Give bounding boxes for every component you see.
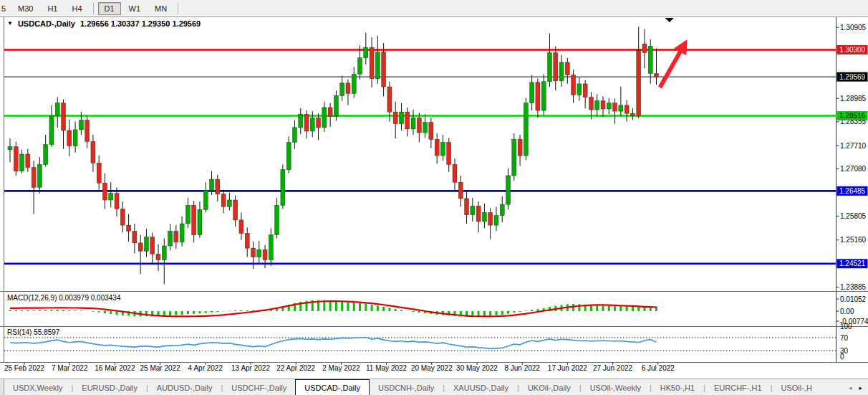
chart-ohlc-values: 1.29656 1.30337 1.29350 1.29569 [80, 19, 201, 28]
svg-text:1.30300: 1.30300 [839, 46, 866, 54]
tab-usdcad-daily[interactable]: USDCAD-,Daily [295, 379, 370, 395]
svg-text:1.27080: 1.27080 [840, 165, 867, 173]
mt4-window: 5M30H1H4D1W1MN MACD(12,26,9) 0.003979 0.… [0, 0, 868, 395]
tab-usoil-h[interactable]: USOil-,H [772, 379, 820, 395]
tab-hk50-h1[interactable]: HK50-,H1 [652, 379, 703, 395]
svg-text:25 Mar 2022: 25 Mar 2022 [140, 364, 181, 372]
svg-text:0.01052: 0.01052 [840, 295, 867, 303]
chart-symbol-label: USDCAD-,Daily [18, 19, 75, 28]
svg-text:0: 0 [840, 353, 844, 361]
timeframe-button-d1[interactable]: D1 [98, 2, 121, 15]
timeframe-button-m30[interactable]: M30 [11, 2, 39, 15]
timeframe-button-mn[interactable]: MN [148, 2, 173, 15]
svg-text:6 Jul 2022: 6 Jul 2022 [642, 364, 675, 372]
svg-text:1.28985: 1.28985 [840, 95, 867, 103]
tab-usdchf-daily[interactable]: USDCHF-,Daily [223, 379, 295, 395]
timeframe-button-5[interactable]: 5 [1, 2, 10, 15]
tab-scroll-left-icon[interactable]: ◂ [849, 384, 852, 391]
tab-eurusd-daily[interactable]: EURUSD-,Daily [73, 379, 146, 395]
chart-title: ▼ USDCAD-,Daily 1.29656 1.30337 1.29350 … [7, 19, 201, 28]
svg-text:7 Mar 2022: 7 Mar 2022 [52, 364, 88, 372]
chart-canvas[interactable]: MACD(12,26,9) 0.003979 0.0034340.010520.… [0, 0, 868, 379]
tab-usoil-weekly[interactable]: USOil-,Weekly [582, 379, 650, 395]
svg-text:11 May 2022: 11 May 2022 [366, 364, 408, 372]
chart-menu-icon[interactable]: ▼ [7, 20, 13, 27]
timeframe-toolbar: 5M30H1H4D1W1MN [0, 0, 868, 17]
svg-text:27 Jun 2022: 27 Jun 2022 [593, 364, 632, 372]
timeframe-button-h1[interactable]: H1 [41, 2, 64, 15]
tab-usdcnh-daily[interactable]: USDCNH-,Daily [370, 379, 443, 395]
tab-usdx-weekly[interactable]: USDX,Weekly [4, 379, 71, 395]
rsi-label: RSI(14) 55.8597 [7, 328, 60, 336]
tab-eurchf-h1[interactable]: EURCHF-,H1 [705, 379, 771, 395]
svg-text:25 Feb 2022: 25 Feb 2022 [4, 364, 45, 372]
svg-text:2 May 2022: 2 May 2022 [322, 364, 360, 372]
svg-text:100: 100 [840, 323, 852, 330]
toolbar-divider [93, 3, 94, 14]
svg-text:1.28516: 1.28516 [839, 112, 866, 120]
svg-text:1.27710: 1.27710 [840, 142, 867, 150]
timeframe-button-h4[interactable]: H4 [65, 2, 88, 15]
tab-audusd-daily[interactable]: AUDUSD-,Daily [148, 379, 221, 395]
svg-text:20 May 2022: 20 May 2022 [411, 364, 453, 372]
svg-text:30 May 2022: 30 May 2022 [456, 364, 498, 372]
svg-text:1.26485: 1.26485 [839, 187, 866, 195]
svg-text:13 Apr 2022: 13 Apr 2022 [231, 364, 270, 372]
date-axis: 25 Feb 20227 Mar 202216 Mar 202225 Mar 2… [4, 363, 675, 373]
tab-ukoil-daily[interactable]: UKOil-,Daily [519, 379, 579, 395]
svg-text:8 Jun 2022: 8 Jun 2022 [504, 364, 540, 372]
svg-text:4 Apr 2022: 4 Apr 2022 [188, 364, 223, 372]
svg-text:1.29569: 1.29569 [839, 73, 866, 81]
svg-text:1.25805: 1.25805 [840, 212, 867, 220]
timeframe-button-w1[interactable]: W1 [122, 2, 148, 15]
svg-text:1.30905: 1.30905 [840, 24, 867, 32]
tab-xauusd-daily[interactable]: XAUUSD-,Daily [445, 379, 517, 395]
svg-text:1.23885: 1.23885 [840, 283, 867, 291]
svg-text:22 Apr 2022: 22 Apr 2022 [276, 364, 315, 372]
tab-scroll-controls: ◂▸ [843, 379, 868, 395]
symbol-tabbar: USDX,Weekly|EURUSD-,Daily|AUDUSD-,Daily|… [0, 379, 868, 395]
svg-text:17 Jun 2022: 17 Jun 2022 [548, 364, 587, 372]
svg-text:70: 70 [840, 334, 849, 342]
macd-label: MACD(12,26,9) 0.003979 0.003434 [7, 294, 121, 302]
chart-background [0, 16, 868, 378]
svg-text:16 Mar 2022: 16 Mar 2022 [95, 364, 135, 372]
svg-text:1.24521: 1.24521 [839, 260, 866, 267]
tab-scroll-right-icon[interactable]: ▸ [859, 384, 862, 391]
svg-text:1.25160: 1.25160 [840, 236, 867, 244]
svg-text:0.00: 0.00 [840, 308, 854, 315]
toolbar-divider [178, 3, 178, 14]
